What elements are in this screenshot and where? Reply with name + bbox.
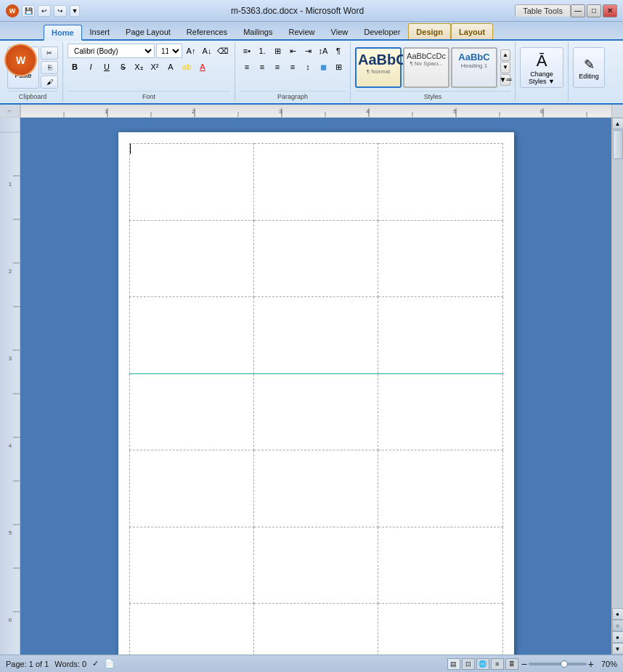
zoom-thumb[interactable]	[561, 660, 568, 668]
tab-developer[interactable]: Developer	[356, 23, 408, 39]
table-cell[interactable]	[129, 373, 253, 450]
tab-review[interactable]: Review	[280, 23, 322, 39]
table-cell[interactable]	[129, 527, 253, 604]
next-page-btn[interactable]: ●	[612, 631, 624, 643]
redo-btn[interactable]: ↪	[54, 5, 67, 17]
zoom-plus-btn[interactable]: +	[588, 658, 594, 670]
table-cell[interactable]	[253, 297, 378, 374]
table-row[interactable]	[129, 527, 502, 604]
line-spacing-btn[interactable]: ↕	[301, 60, 315, 74]
undo-btn[interactable]: ↩	[38, 5, 51, 17]
close-btn[interactable]: ✕	[603, 4, 617, 17]
minimize-btn[interactable]: —	[571, 4, 585, 17]
outline-btn[interactable]: ≡	[491, 658, 504, 670]
table-cell[interactable]	[253, 220, 378, 297]
cut-button[interactable]: ✂	[41, 46, 58, 60]
table-cell[interactable]	[129, 450, 253, 527]
decrease-indent-btn[interactable]: ⇤	[285, 44, 300, 58]
styles-scroll-up[interactable]: ▲	[500, 49, 510, 61]
maximize-btn[interactable]: □	[587, 4, 601, 17]
subscript-btn[interactable]: X₂	[131, 60, 146, 74]
style-normal-btn[interactable]: AaBbCcDc ¶ Normal	[355, 47, 402, 88]
zoom-percent[interactable]: 70%	[595, 660, 617, 668]
bold-button[interactable]: B	[68, 60, 82, 74]
format-painter-button[interactable]: 🖌	[41, 76, 58, 89]
change-styles-button[interactable]: Ā ChangeStyles ▼	[520, 47, 563, 88]
office-button[interactable]: W	[4, 44, 37, 76]
styles-scroll-down[interactable]: ▼	[500, 62, 510, 73]
table-row[interactable]	[129, 144, 502, 221]
text-cursor-area[interactable]	[130, 144, 131, 154]
zoom-minus-btn[interactable]: −	[521, 658, 527, 670]
align-left-btn[interactable]: ≡	[240, 60, 254, 74]
table-cell[interactable]	[378, 144, 502, 221]
font-size-select[interactable]: 11	[156, 44, 182, 58]
full-screen-btn[interactable]: ⊡	[462, 658, 475, 670]
table-cell[interactable]	[378, 527, 502, 604]
shading-btn[interactable]: ◼	[316, 60, 330, 74]
print-layout-btn[interactable]: ▤	[447, 658, 460, 670]
borders-btn[interactable]: ⊞	[331, 60, 346, 74]
scroll-up-btn[interactable]: ▲	[612, 118, 624, 129]
increase-font-btn[interactable]: A↑	[184, 44, 198, 58]
numbering-btn[interactable]: 1.	[255, 44, 269, 58]
table-cell[interactable]	[253, 144, 378, 221]
table-cell[interactable]	[129, 144, 253, 221]
tab-references[interactable]: References	[179, 23, 235, 39]
table-row[interactable]	[129, 297, 502, 374]
table-cell[interactable]	[129, 604, 253, 655]
tab-home[interactable]: Home	[44, 25, 82, 41]
table-cell[interactable]	[253, 450, 378, 527]
highlight-btn[interactable]: ab	[179, 60, 194, 74]
table-cell[interactable]	[378, 604, 502, 655]
strikethrough-btn[interactable]: S̶	[115, 60, 130, 74]
copy-button[interactable]: ⎘	[41, 61, 58, 74]
justify-btn[interactable]: ≡	[285, 60, 300, 74]
italic-button[interactable]: I	[84, 60, 98, 74]
prev-page-btn[interactable]: ●	[612, 608, 624, 620]
table-row[interactable]	[129, 220, 502, 297]
align-right-btn[interactable]: ≡	[270, 60, 285, 74]
underline-button[interactable]: U	[99, 60, 114, 74]
increase-indent-btn[interactable]: ⇥	[301, 44, 315, 58]
table-row[interactable]	[129, 604, 502, 655]
table-cell[interactable]	[378, 373, 502, 450]
tab-insert[interactable]: Insert	[82, 23, 118, 39]
table-cell[interactable]	[378, 450, 502, 527]
style-no-spacing-btn[interactable]: AaBbCcDc ¶ No Spaci...	[403, 47, 449, 88]
editing-button[interactable]: ✎ Editing	[573, 47, 605, 88]
zoom-slider[interactable]	[529, 663, 587, 665]
sort-btn[interactable]: ↕A	[316, 44, 330, 58]
document-table[interactable]	[129, 143, 503, 655]
style-heading1-btn[interactable]: AaBbC Heading 1	[451, 47, 497, 88]
font-name-select[interactable]: Calibri (Body)	[68, 44, 155, 58]
table-row[interactable]	[129, 373, 502, 450]
tab-mailings[interactable]: Mailings	[235, 23, 280, 39]
scroll-track[interactable]	[612, 129, 623, 608]
decrease-font-btn[interactable]: A↓	[200, 44, 214, 58]
tab-design[interactable]: Design	[408, 23, 451, 39]
web-layout-btn[interactable]: 🌐	[476, 658, 489, 670]
table-cell[interactable]	[253, 373, 378, 450]
tab-layout[interactable]: Layout	[451, 23, 493, 39]
customize-btn[interactable]: ▼	[70, 5, 80, 17]
table-cell[interactable]	[129, 220, 253, 297]
table-cell[interactable]	[129, 297, 253, 374]
table-cell[interactable]	[253, 527, 378, 604]
table-row[interactable]	[129, 450, 502, 527]
draft-btn[interactable]: ≣	[505, 658, 518, 670]
table-cell[interactable]	[378, 297, 502, 374]
select-browse-btn[interactable]: ○	[612, 620, 624, 631]
superscript-btn[interactable]: X²	[147, 60, 162, 74]
tab-view[interactable]: View	[323, 23, 357, 39]
bullets-btn[interactable]: ≡•	[240, 44, 254, 58]
styles-more[interactable]: ▼═	[500, 74, 510, 86]
align-center-btn[interactable]: ≡	[255, 60, 269, 74]
tab-page-layout[interactable]: Page Layout	[118, 23, 179, 39]
quick-save-btn[interactable]: 💾	[22, 5, 35, 17]
spell-check-icon[interactable]: ✓	[92, 659, 99, 668]
text-effects-btn[interactable]: A	[163, 60, 178, 74]
font-color-btn[interactable]: A	[195, 60, 210, 74]
document-area[interactable]	[20, 118, 611, 655]
scroll-thumb[interactable]	[613, 130, 623, 159]
